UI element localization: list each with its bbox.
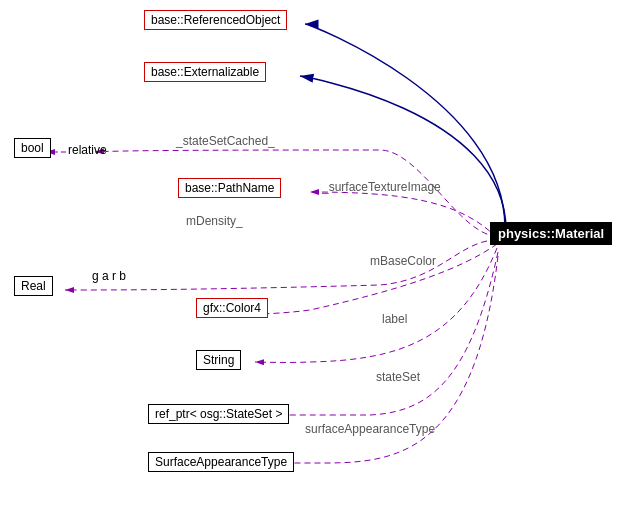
label-label: label	[382, 312, 407, 326]
color4-node: gfx::Color4	[196, 298, 268, 318]
m-base-color-label: mBaseColor	[370, 254, 436, 268]
externalizable-node: base::Externalizable	[144, 62, 266, 82]
path-name-node: base::PathName	[178, 178, 281, 198]
string-node: String	[196, 350, 241, 370]
real-label: Real	[21, 279, 46, 293]
surface-texture-image-label: _surfaceTextureImage	[322, 180, 441, 194]
path-name-label: base::PathName	[185, 181, 274, 195]
m-density-label: mDensity_	[186, 214, 243, 228]
garb-label: g a r b	[92, 268, 126, 284]
surface-appearance-type-edge-label: surfaceAppearanceType	[305, 422, 435, 436]
externalizable-label: base::Externalizable	[151, 65, 259, 79]
bool-label: bool	[21, 141, 44, 155]
ref-ptr-label: ref_ptr< osg::StateSet >	[155, 407, 282, 421]
referenced-object-node: base::ReferencedObject	[144, 10, 287, 30]
state-set-label: stateSet	[376, 370, 420, 384]
diagram-container: physics::Material base::ReferencedObject…	[0, 0, 627, 506]
color4-label: gfx::Color4	[203, 301, 261, 315]
real-node: Real	[14, 276, 53, 296]
surface-appearance-type-label: SurfaceAppearanceType	[155, 455, 287, 469]
ref-ptr-node: ref_ptr< osg::StateSet >	[148, 404, 289, 424]
string-label: String	[203, 353, 234, 367]
state-set-cached-label: _stateSetCached_	[176, 134, 275, 148]
physics-material-label: physics::Material	[498, 226, 604, 241]
surface-appearance-type-node: SurfaceAppearanceType	[148, 452, 294, 472]
physics-material-node: physics::Material	[490, 222, 612, 245]
bool-node: bool	[14, 138, 51, 158]
relative-label: relative	[68, 143, 107, 157]
referenced-object-label: base::ReferencedObject	[151, 13, 280, 27]
